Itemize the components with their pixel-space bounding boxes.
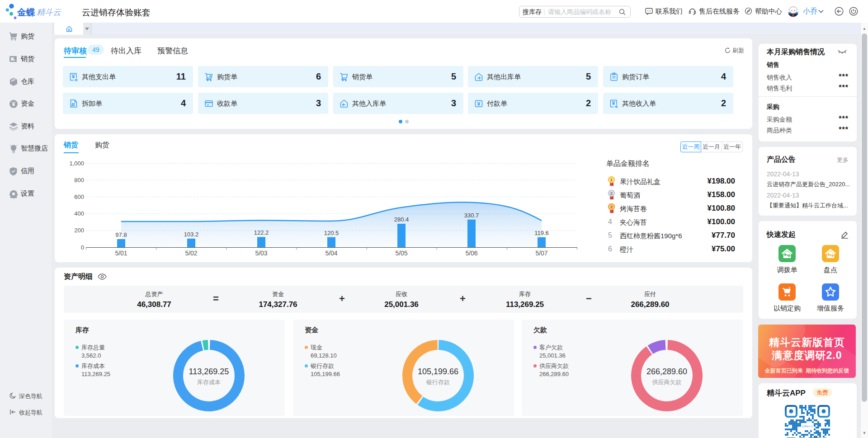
svg-text:5/07: 5/07 — [535, 250, 547, 257]
svg-text:400: 400 — [74, 210, 84, 217]
svg-text:200: 200 — [74, 227, 84, 234]
svg-text:5/06: 5/06 — [465, 250, 477, 257]
svg-text:1,000: 1,000 — [69, 160, 84, 167]
svg-text:1: 1 — [610, 177, 613, 182]
svg-text:600: 600 — [74, 193, 84, 200]
svg-text:3: 3 — [610, 204, 613, 209]
svg-text:5/03: 5/03 — [255, 250, 267, 257]
svg-text:5/01: 5/01 — [115, 250, 127, 257]
svg-text:金蝶精斗云: 金蝶精斗云 — [802, 425, 813, 428]
svg-text:119.6: 119.6 — [534, 230, 549, 236]
svg-text:800: 800 — [74, 177, 84, 184]
svg-text:120.5: 120.5 — [324, 230, 339, 236]
svg-text:5/04: 5/04 — [325, 250, 337, 257]
svg-text:330.7: 330.7 — [464, 212, 479, 219]
svg-text:280.4: 280.4 — [394, 216, 409, 223]
svg-text:122.2: 122.2 — [254, 229, 269, 236]
svg-text:103.2: 103.2 — [184, 231, 199, 238]
svg-text:0: 0 — [81, 244, 84, 251]
svg-text:5/02: 5/02 — [185, 250, 197, 257]
svg-text:97.8: 97.8 — [115, 231, 127, 238]
svg-text:2: 2 — [610, 191, 613, 196]
svg-text:5/05: 5/05 — [395, 250, 407, 257]
